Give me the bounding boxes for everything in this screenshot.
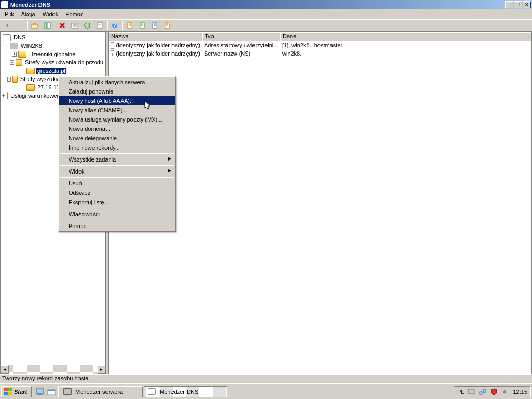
- forward-button[interactable]: [14, 20, 25, 31]
- ctx-new-alias[interactable]: Nowy alias (CNAME)...: [59, 105, 175, 115]
- separator: [60, 153, 174, 154]
- task-dns-manager[interactable]: Menedżer DNS: [144, 386, 227, 397]
- export-button[interactable]: [82, 20, 93, 31]
- quicklaunch-desktop[interactable]: [34, 386, 46, 397]
- tray-volume-icon[interactable]: [501, 388, 510, 396]
- cell-type: Serwer nazw (NS): [202, 50, 280, 57]
- delete-button[interactable]: [57, 20, 68, 31]
- ctx-refresh[interactable]: Odśwież: [59, 188, 175, 197]
- ctx-all-tasks[interactable]: Wszystkie zadania: [59, 155, 175, 164]
- svg-rect-1: [33, 23, 36, 25]
- windows-flag-icon: [4, 388, 12, 395]
- server-icon: [10, 43, 18, 49]
- close-button[interactable]: ✕: [523, 1, 531, 8]
- cell-data: win2k8.: [280, 50, 531, 57]
- ctx-export-list[interactable]: Eksportuj listę...: [59, 197, 175, 207]
- menu-akcja[interactable]: Akcja: [18, 10, 39, 18]
- show-hide-button[interactable]: [42, 20, 53, 31]
- ctx-new-domain[interactable]: Nowa domena...: [59, 124, 175, 134]
- svg-rect-6: [98, 24, 101, 25]
- svg-rect-18: [480, 392, 482, 394]
- cell-data: [1], win2k8., hostmaster.: [280, 42, 531, 48]
- up-button[interactable]: [29, 20, 41, 31]
- ctx-new-mx[interactable]: Nowa usługa wymiany poczty (MX)...: [59, 115, 175, 124]
- tray-network-icon[interactable]: [478, 388, 487, 396]
- dns-icon: [3, 34, 11, 41]
- folder-icon: [18, 51, 26, 58]
- status-text: Tworzy nowy rekord zasobu hosta.: [2, 375, 90, 381]
- tray-icon-1[interactable]: [467, 388, 475, 396]
- ctx-help[interactable]: Pomoc: [59, 221, 175, 231]
- ctx-other-records[interactable]: Inne nowe rekordy...: [59, 143, 175, 152]
- separator: [60, 165, 174, 166]
- collapse-icon[interactable]: −: [10, 60, 14, 65]
- maximize-button[interactable]: ❐: [514, 1, 522, 8]
- scroll-right-button[interactable]: ►: [97, 365, 105, 374]
- tool-button-3[interactable]: [149, 20, 161, 31]
- menu-pomoc[interactable]: Pomoc: [62, 10, 87, 18]
- cell-name: (identyczny jak folder nadrzędny): [116, 50, 200, 57]
- ctx-properties[interactable]: Właściwości: [59, 209, 175, 219]
- svg-rect-16: [48, 390, 55, 391]
- tray-clock[interactable]: 12:15: [513, 389, 527, 395]
- ctx-new-host[interactable]: Nowy host (A lub AAAA)...: [59, 96, 175, 105]
- tool-button-2[interactable]: [137, 20, 148, 31]
- help-button[interactable]: ?: [109, 20, 121, 31]
- ctx-delete[interactable]: Usuń: [59, 179, 175, 188]
- minimize-button[interactable]: _: [505, 1, 513, 8]
- tree-server[interactable]: −WIN2K8: [2, 42, 104, 50]
- record-icon: [111, 50, 114, 57]
- separator: [60, 177, 174, 178]
- quicklaunch-explorer[interactable]: [46, 386, 57, 397]
- ctx-update-server-file[interactable]: Aktualizuj plik danych serwera: [59, 77, 175, 87]
- scroll-left-button[interactable]: ◄: [1, 365, 9, 374]
- folder-icon: [16, 59, 22, 66]
- start-button[interactable]: Start: [1, 386, 32, 397]
- tree-global-logs[interactable]: +Dzienniki globalne: [2, 50, 104, 58]
- tree-root-dns[interactable]: DNS: [2, 33, 104, 42]
- menubar: Plik Akcja Widok Pomoc: [0, 9, 532, 19]
- properties-button[interactable]: [94, 20, 105, 31]
- expand-icon[interactable]: +: [2, 94, 5, 98]
- tool-button-4[interactable]: [162, 20, 173, 31]
- col-dane[interactable]: Dane: [280, 32, 531, 41]
- tree-forward-zones[interactable]: −Strefy wyszukiwania do przodu: [2, 58, 104, 66]
- expand-icon[interactable]: +: [12, 52, 17, 57]
- svg-rect-17: [468, 390, 474, 394]
- separator: [60, 208, 174, 208]
- collapse-icon[interactable]: −: [4, 44, 8, 48]
- col-nazwa[interactable]: Nazwa: [109, 32, 202, 41]
- taskbar: Start Menedżer serwera Menedżer DNS PL 1…: [0, 383, 532, 399]
- folder-icon: [7, 92, 8, 99]
- svg-rect-13: [36, 389, 44, 394]
- ctx-new-delegation[interactable]: Nowe delegowanie...: [59, 134, 175, 143]
- tree-zone-greszata[interactable]: greszata.pl: [2, 66, 104, 75]
- menu-widok[interactable]: Widok: [39, 10, 62, 18]
- ctx-reload[interactable]: Załaduj ponownie: [59, 87, 175, 96]
- system-tray: PL 12:15: [454, 386, 531, 397]
- scroll-track[interactable]: [9, 365, 97, 374]
- col-typ[interactable]: Typ: [202, 32, 280, 41]
- task-server-manager[interactable]: Menedżer serwera: [60, 386, 143, 397]
- window-title: Menedżer DNS: [10, 2, 505, 8]
- tray-shield-icon[interactable]: [490, 388, 498, 396]
- statusbar: Tworzy nowy rekord zasobu hosta.: [0, 374, 532, 383]
- list-row[interactable]: (identyczny jak folder nadrzędny) Serwer…: [109, 49, 531, 58]
- list-row[interactable]: (identyczny jak folder nadrzędny) Adres …: [109, 41, 531, 49]
- separator: [60, 220, 174, 220]
- cell-name: (identyczny jak folder nadrzędny): [116, 42, 200, 48]
- collapse-icon[interactable]: −: [7, 77, 11, 82]
- svg-text:?: ?: [113, 22, 117, 28]
- svg-rect-2: [44, 23, 47, 28]
- tool-button-1[interactable]: [124, 20, 136, 31]
- back-button[interactable]: [2, 20, 13, 31]
- svg-rect-3: [47, 23, 50, 28]
- ctx-view[interactable]: Widok: [59, 167, 175, 176]
- menu-plik[interactable]: Plik: [1, 10, 18, 18]
- folder-icon: [12, 76, 18, 83]
- folder-icon: [26, 68, 35, 74]
- folder-icon: [26, 84, 35, 91]
- tray-lang[interactable]: PL: [457, 389, 464, 395]
- refresh-button[interactable]: [69, 20, 81, 31]
- svg-rect-5: [97, 23, 102, 28]
